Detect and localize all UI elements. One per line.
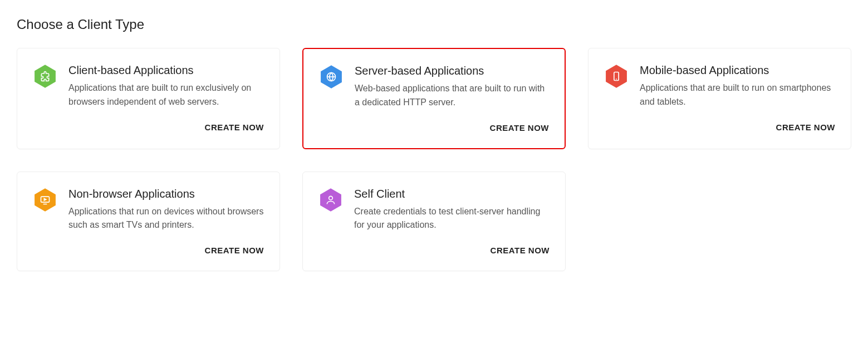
create-now-non-browser[interactable]: CREATE NOW	[205, 243, 264, 257]
page-title: Choose a Client Type	[17, 17, 851, 32]
card-desc-client-based: Applications that are built to run exclu…	[68, 81, 264, 109]
create-now-client-based[interactable]: CREATE NOW	[205, 120, 264, 134]
person-icon	[318, 188, 343, 212]
card-desc-mobile-based: Applications that are built to run on sm…	[640, 81, 835, 109]
puzzle-icon	[33, 64, 57, 89]
mobile-icon	[604, 64, 629, 89]
client-type-grid: Client-based Applications Applications t…	[17, 48, 851, 271]
create-now-self-client[interactable]: CREATE NOW	[491, 243, 550, 257]
card-self-client[interactable]: Self Client Create credentials to test c…	[302, 172, 566, 272]
card-title-non-browser: Non-browser Applications	[68, 188, 264, 200]
card-client-based[interactable]: Client-based Applications Applications t…	[17, 48, 280, 149]
card-desc-non-browser: Applications that run on devices without…	[68, 205, 264, 233]
card-non-browser[interactable]: Non-browser Applications Applications th…	[17, 172, 280, 272]
svg-marker-9	[44, 198, 46, 200]
create-now-server-based[interactable]: CREATE NOW	[490, 121, 549, 135]
card-desc-server-based: Web-based applications that are built to…	[355, 82, 549, 110]
card-title-mobile-based: Mobile-based Applications	[640, 64, 835, 77]
globe-icon	[319, 65, 344, 89]
card-mobile-based[interactable]: Mobile-based Applications Applications t…	[588, 48, 851, 149]
create-now-mobile-based[interactable]: CREATE NOW	[776, 120, 835, 134]
card-server-based[interactable]: Server-based Applications Web-based appl…	[302, 48, 566, 149]
card-desc-self-client: Create credentials to test client-server…	[354, 205, 550, 233]
tv-icon	[33, 188, 57, 212]
card-title-client-based: Client-based Applications	[68, 64, 264, 77]
card-title-self-client: Self Client	[354, 188, 550, 200]
card-title-server-based: Server-based Applications	[355, 65, 549, 77]
svg-point-11	[329, 196, 333, 200]
